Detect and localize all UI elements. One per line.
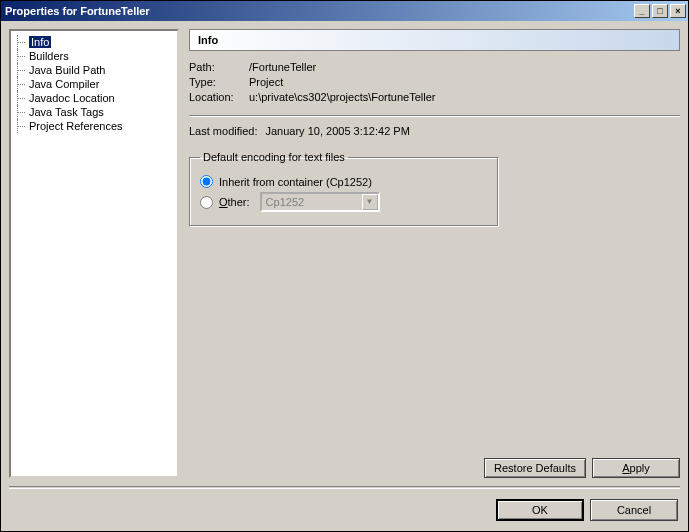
sidebar-item-label: Java Build Path [29,64,105,76]
sidebar-item-info[interactable]: Info [11,35,177,49]
panel-header: Info [189,29,680,51]
cancel-button[interactable]: Cancel [590,499,678,521]
close-button[interactable]: × [670,4,686,18]
inherit-radio-row: Inherit from container (Cp1252) [200,175,488,188]
category-tree[interactable]: Info Builders Java Build Path Java Compi… [9,29,179,478]
type-label: Type: [189,76,249,88]
titlebar: Properties for FortuneTeller _ □ × [1,1,688,21]
sidebar-item-label: Java Task Tags [29,106,104,118]
chevron-down-icon: ▼ [362,194,378,210]
sidebar-item-javadoc-location[interactable]: Javadoc Location [11,91,177,105]
maximize-button[interactable]: □ [652,4,668,18]
last-modified-label: Last modified: [189,125,257,137]
properties-dialog: Properties for FortuneTeller _ □ × Info … [0,0,689,532]
encoding-legend: Default encoding for text files [200,151,348,163]
last-modified-row: Last modified: January 10, 2005 3:12:42 … [189,125,680,137]
ok-button[interactable]: OK [496,499,584,521]
other-radio[interactable] [200,196,213,209]
sidebar-item-builders[interactable]: Builders [11,49,177,63]
other-label[interactable]: Other: [219,196,250,208]
sidebar-item-java-compiler[interactable]: Java Compiler [11,77,177,91]
path-value: /FortuneTeller [249,61,680,73]
info-grid: Path: /FortuneTeller Type: Project Locat… [189,61,680,103]
dialog-button-row: OK Cancel [9,486,680,523]
info-panel: Info Path: /FortuneTeller Type: Project … [189,29,680,478]
last-modified-value: January 10, 2005 3:12:42 PM [265,125,409,137]
sidebar-item-label: Javadoc Location [29,92,115,104]
window-title: Properties for FortuneTeller [5,5,632,17]
location-label: Location: [189,91,249,103]
sidebar-item-java-build-path[interactable]: Java Build Path [11,63,177,77]
sidebar-item-project-references[interactable]: Project References [11,119,177,133]
path-label: Path: [189,61,249,73]
button-label: Restore Defaults [494,462,576,474]
type-value: Project [249,76,680,88]
panel-button-row: Restore Defaults Apply [189,450,680,478]
encoding-combobox: Cp1252 ▼ [260,192,380,212]
inherit-label[interactable]: Inherit from container (Cp1252) [219,176,372,188]
encoding-value: Cp1252 [266,196,305,208]
window-controls: _ □ × [632,4,686,18]
main-area: Info Builders Java Build Path Java Compi… [9,29,680,478]
sidebar-item-label: Info [29,36,51,48]
other-radio-row: Other: Cp1252 ▼ [200,192,488,212]
dialog-content: Info Builders Java Build Path Java Compi… [1,21,688,531]
sidebar-item-label: Java Compiler [29,78,99,90]
separator [189,115,680,117]
restore-defaults-button[interactable]: Restore Defaults [484,458,586,478]
sidebar-item-java-task-tags[interactable]: Java Task Tags [11,105,177,119]
sidebar-item-label: Project References [29,120,123,132]
sidebar-item-label: Builders [29,50,69,62]
encoding-fieldset: Default encoding for text files Inherit … [189,151,499,227]
apply-button[interactable]: Apply [592,458,680,478]
location-value: u:\private\cs302\projects\FortuneTeller [249,91,680,103]
inherit-radio[interactable] [200,175,213,188]
minimize-button[interactable]: _ [634,4,650,18]
